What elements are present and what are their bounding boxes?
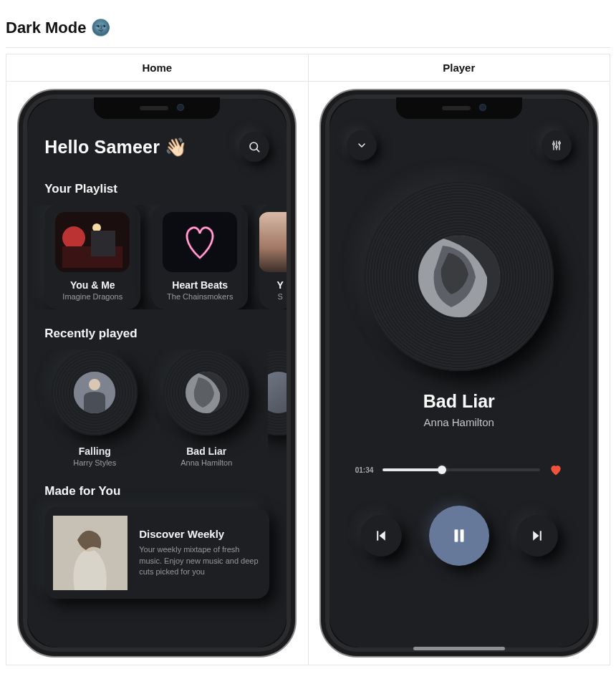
svg-rect-22 [454,529,458,541]
skip-forward-icon [530,529,544,543]
page-title-text: Dark Mode [6,19,86,37]
svg-rect-25 [540,531,542,540]
chevron-down-icon [356,140,367,151]
svg-rect-6 [91,231,115,256]
svg-point-16 [555,146,557,148]
playlist-artist: S [278,292,283,301]
column-header-home: Home [6,54,309,82]
home-screen: Hello Sameer 👋🏻 [27,99,287,647]
svg-rect-7 [163,212,237,272]
song-artist: Anna Hamilton [329,416,589,428]
svg-rect-23 [460,529,463,541]
made-for-you-description: Your weekly mixtape of fresh music. Enjo… [139,544,261,579]
phone-notch [94,97,220,119]
svg-point-18 [558,142,560,144]
search-icon [248,140,261,153]
recent-disc [52,350,138,435]
svg-point-3 [62,226,85,249]
recent-title: Falling [79,445,111,457]
svg-rect-21 [377,531,378,540]
recent-item[interactable]: Bad Liar Anna Hamilton [156,350,256,467]
recent-disc [163,350,249,435]
search-button[interactable] [239,132,269,162]
recent-title: Bad Liar [186,445,226,457]
playlist-scroll[interactable]: You & Me Imagine Dragons [27,205,287,309]
playlist-art [55,212,130,272]
section-title-playlist: Your Playlist [27,165,287,205]
album-disc [365,182,554,371]
column-header-player: Player [308,54,610,82]
heart-icon [549,463,563,477]
playlist-art [259,212,287,272]
playlist-title: Y [277,279,284,291]
recent-artist: Anna Hamilton [181,458,232,467]
skip-back-icon [374,529,388,543]
divider [6,47,610,48]
progress-slider[interactable] [382,468,540,471]
svg-point-9 [89,379,100,390]
made-for-you-card[interactable]: Discover Weekly Your weekly mixtape of f… [44,507,269,599]
playlist-artist: Imagine Dragons [62,292,122,301]
svg-marker-20 [379,531,385,540]
favorite-button[interactable] [549,463,563,477]
playlist-art [163,212,237,272]
greeting-prefix: Hello [44,137,89,157]
moon-face-emoji: 🌚 [91,19,110,37]
playlist-artist: The Chainsmokers [167,292,233,301]
made-for-you-art [53,516,127,590]
album-art [418,236,500,317]
playlist-title: You & Me [70,279,115,291]
sliders-icon [551,140,562,151]
recent-scroll[interactable]: Falling Harry Styles Bad Liar [27,350,287,467]
svg-marker-24 [533,531,539,540]
playlist-title: Heart Beats [172,279,228,291]
recent-item[interactable]: Falling Harry Styles [44,350,145,467]
page-title: Dark Mode 🌚 [6,6,610,47]
greeting-name: Sameer [95,137,160,157]
previous-button[interactable] [360,515,402,556]
progress-fill [382,468,443,471]
next-button[interactable] [516,515,558,556]
recent-artist: Harry Styles [73,458,116,467]
pause-icon [450,526,468,545]
phone-notch [396,97,522,119]
playlist-card[interactable]: Heart Beats The Chainsmokers [152,205,248,309]
section-title-recent: Recently played [27,309,287,350]
svg-line-1 [256,149,259,152]
collapse-button[interactable] [347,130,377,160]
section-title-made: Made for You [27,467,287,507]
recent-disc [268,350,287,435]
recent-art [186,372,227,413]
equalizer-button[interactable] [542,130,572,160]
player-screen: Bad Liar Anna Hamilton 01:34 [329,99,589,647]
svg-point-14 [552,143,554,145]
phone-frame-player: Bad Liar Anna Hamilton 01:34 [319,89,599,657]
recent-art [268,372,287,413]
phone-frame-home: Hello Sameer 👋🏻 [17,89,297,657]
play-pause-button[interactable] [429,506,489,566]
playlist-card[interactable]: You & Me Imagine Dragons [44,205,140,309]
recent-art [74,372,115,413]
song-title: Bad Liar [329,391,589,412]
playlist-card-partial[interactable]: Y S [259,205,287,309]
progress-knob [438,466,446,474]
wave-emoji: 👋🏻 [165,137,187,158]
elapsed-time: 01:34 [355,466,374,474]
recent-item-partial[interactable] [268,350,287,467]
phones-table: Home Player Hello Sameer [6,54,610,665]
made-for-you-title: Discover Weekly [139,528,261,540]
home-indicator [413,647,505,650]
greeting: Hello Sameer 👋🏻 [44,137,187,158]
